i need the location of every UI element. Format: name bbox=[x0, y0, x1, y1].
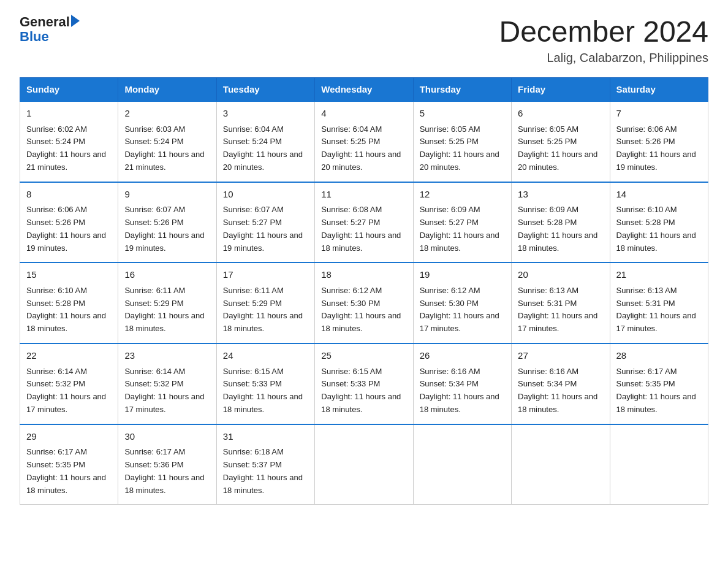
header-monday: Monday bbox=[118, 78, 216, 102]
day-info: Sunrise: 6:02 AMSunset: 5:24 PMDaylight:… bbox=[26, 124, 106, 172]
day-number: 24 bbox=[223, 349, 308, 363]
calendar-cell: 22Sunrise: 6:14 AMSunset: 5:32 PMDayligh… bbox=[20, 343, 118, 424]
day-info: Sunrise: 6:07 AMSunset: 5:27 PMDaylight:… bbox=[223, 205, 303, 252]
calendar-subtitle: Lalig, Calabarzon, Philippines bbox=[499, 51, 708, 65]
day-info: Sunrise: 6:14 AMSunset: 5:32 PMDaylight:… bbox=[26, 367, 106, 414]
calendar-week-row: 1Sunrise: 6:02 AMSunset: 5:24 PMDaylight… bbox=[20, 101, 708, 182]
day-info: Sunrise: 6:17 AMSunset: 5:35 PMDaylight:… bbox=[616, 367, 696, 414]
day-info: Sunrise: 6:08 AMSunset: 5:27 PMDaylight:… bbox=[321, 205, 401, 252]
header-sunday: Sunday bbox=[20, 78, 118, 102]
day-number: 30 bbox=[124, 430, 210, 444]
day-number: 29 bbox=[26, 430, 112, 444]
day-info: Sunrise: 6:16 AMSunset: 5:34 PMDaylight:… bbox=[420, 367, 499, 414]
logo-triangle-icon bbox=[71, 15, 80, 27]
day-info: Sunrise: 6:04 AMSunset: 5:25 PMDaylight:… bbox=[321, 124, 401, 172]
logo-blue: Blue bbox=[20, 29, 49, 44]
day-number: 12 bbox=[420, 188, 505, 202]
day-info: Sunrise: 6:13 AMSunset: 5:31 PMDaylight:… bbox=[518, 286, 597, 333]
day-number: 1 bbox=[26, 107, 112, 121]
calendar-cell: 23Sunrise: 6:14 AMSunset: 5:32 PMDayligh… bbox=[118, 343, 216, 424]
calendar-cell: 16Sunrise: 6:11 AMSunset: 5:29 PMDayligh… bbox=[118, 262, 216, 343]
calendar-cell: 9Sunrise: 6:07 AMSunset: 5:26 PMDaylight… bbox=[118, 182, 216, 263]
calendar-title: December 2024 bbox=[499, 15, 708, 48]
day-info: Sunrise: 6:03 AMSunset: 5:24 PMDaylight:… bbox=[124, 124, 204, 172]
calendar-cell: 8Sunrise: 6:06 AMSunset: 5:26 PMDaylight… bbox=[20, 182, 118, 263]
day-info: Sunrise: 6:10 AMSunset: 5:28 PMDaylight:… bbox=[26, 286, 106, 333]
calendar-cell: 29Sunrise: 6:17 AMSunset: 5:35 PMDayligh… bbox=[20, 424, 118, 505]
day-info: Sunrise: 6:04 AMSunset: 5:24 PMDaylight:… bbox=[223, 124, 303, 172]
day-info: Sunrise: 6:09 AMSunset: 5:27 PMDaylight:… bbox=[420, 205, 499, 252]
day-info: Sunrise: 6:15 AMSunset: 5:33 PMDaylight:… bbox=[321, 367, 401, 414]
calendar-cell: 11Sunrise: 6:08 AMSunset: 5:27 PMDayligh… bbox=[315, 182, 413, 263]
calendar-cell bbox=[512, 424, 610, 505]
calendar-cell: 2Sunrise: 6:03 AMSunset: 5:24 PMDaylight… bbox=[118, 101, 216, 182]
day-number: 21 bbox=[616, 268, 702, 282]
calendar-cell: 17Sunrise: 6:11 AMSunset: 5:29 PMDayligh… bbox=[216, 262, 314, 343]
calendar-cell: 20Sunrise: 6:13 AMSunset: 5:31 PMDayligh… bbox=[512, 262, 610, 343]
day-number: 8 bbox=[26, 188, 112, 202]
day-info: Sunrise: 6:05 AMSunset: 5:25 PMDaylight:… bbox=[518, 124, 597, 172]
calendar-cell: 31Sunrise: 6:18 AMSunset: 5:37 PMDayligh… bbox=[216, 424, 314, 505]
day-number: 11 bbox=[321, 188, 406, 202]
day-info: Sunrise: 6:18 AMSunset: 5:37 PMDaylight:… bbox=[223, 447, 303, 494]
calendar-table: SundayMondayTuesdayWednesdayThursdayFrid… bbox=[20, 77, 708, 505]
day-number: 19 bbox=[420, 268, 505, 282]
day-number: 25 bbox=[321, 349, 406, 363]
day-info: Sunrise: 6:15 AMSunset: 5:33 PMDaylight:… bbox=[223, 367, 303, 414]
calendar-cell: 3Sunrise: 6:04 AMSunset: 5:24 PMDaylight… bbox=[216, 101, 314, 182]
header-wednesday: Wednesday bbox=[315, 78, 413, 102]
day-number: 26 bbox=[420, 349, 505, 363]
calendar-cell bbox=[610, 424, 708, 505]
calendar-cell: 14Sunrise: 6:10 AMSunset: 5:28 PMDayligh… bbox=[610, 182, 708, 263]
calendar-cell: 12Sunrise: 6:09 AMSunset: 5:27 PMDayligh… bbox=[413, 182, 511, 263]
calendar-cell: 1Sunrise: 6:02 AMSunset: 5:24 PMDaylight… bbox=[20, 101, 118, 182]
day-number: 16 bbox=[124, 268, 210, 282]
day-number: 20 bbox=[518, 268, 603, 282]
day-info: Sunrise: 6:10 AMSunset: 5:28 PMDaylight:… bbox=[616, 205, 696, 252]
calendar-cell bbox=[315, 424, 413, 505]
header-friday: Friday bbox=[512, 78, 610, 102]
day-number: 28 bbox=[616, 349, 702, 363]
day-info: Sunrise: 6:11 AMSunset: 5:29 PMDaylight:… bbox=[124, 286, 204, 333]
day-number: 31 bbox=[223, 430, 308, 444]
calendar-cell: 28Sunrise: 6:17 AMSunset: 5:35 PMDayligh… bbox=[610, 343, 708, 424]
day-info: Sunrise: 6:13 AMSunset: 5:31 PMDaylight:… bbox=[616, 286, 696, 333]
day-number: 22 bbox=[26, 349, 112, 363]
day-info: Sunrise: 6:17 AMSunset: 5:35 PMDaylight:… bbox=[26, 447, 106, 494]
calendar-week-row: 8Sunrise: 6:06 AMSunset: 5:26 PMDaylight… bbox=[20, 182, 708, 263]
title-block: December 2024 Lalig, Calabarzon, Philipp… bbox=[499, 15, 708, 65]
day-number: 2 bbox=[124, 107, 210, 121]
calendar-week-row: 15Sunrise: 6:10 AMSunset: 5:28 PMDayligh… bbox=[20, 262, 708, 343]
day-info: Sunrise: 6:17 AMSunset: 5:36 PMDaylight:… bbox=[124, 447, 204, 494]
calendar-cell: 5Sunrise: 6:05 AMSunset: 5:25 PMDaylight… bbox=[413, 101, 511, 182]
calendar-cell: 27Sunrise: 6:16 AMSunset: 5:34 PMDayligh… bbox=[512, 343, 610, 424]
day-number: 27 bbox=[518, 349, 603, 363]
day-number: 18 bbox=[321, 268, 406, 282]
logo-general: General bbox=[20, 15, 70, 29]
day-info: Sunrise: 6:16 AMSunset: 5:34 PMDaylight:… bbox=[518, 367, 597, 414]
calendar-cell: 18Sunrise: 6:12 AMSunset: 5:30 PMDayligh… bbox=[315, 262, 413, 343]
day-number: 13 bbox=[518, 188, 603, 202]
calendar-cell: 26Sunrise: 6:16 AMSunset: 5:34 PMDayligh… bbox=[413, 343, 511, 424]
header-tuesday: Tuesday bbox=[216, 78, 314, 102]
day-info: Sunrise: 6:09 AMSunset: 5:28 PMDaylight:… bbox=[518, 205, 597, 252]
day-number: 23 bbox=[124, 349, 210, 363]
logo: General Blue bbox=[20, 15, 80, 44]
calendar-cell: 30Sunrise: 6:17 AMSunset: 5:36 PMDayligh… bbox=[118, 424, 216, 505]
day-number: 3 bbox=[223, 107, 308, 121]
calendar-header-row: SundayMondayTuesdayWednesdayThursdayFrid… bbox=[20, 78, 708, 102]
day-number: 6 bbox=[518, 107, 603, 121]
day-number: 15 bbox=[26, 268, 112, 282]
day-number: 10 bbox=[223, 188, 308, 202]
calendar-week-row: 29Sunrise: 6:17 AMSunset: 5:35 PMDayligh… bbox=[20, 424, 708, 505]
header-thursday: Thursday bbox=[413, 78, 511, 102]
calendar-cell: 7Sunrise: 6:06 AMSunset: 5:26 PMDaylight… bbox=[610, 101, 708, 182]
day-number: 14 bbox=[616, 188, 702, 202]
calendar-cell: 25Sunrise: 6:15 AMSunset: 5:33 PMDayligh… bbox=[315, 343, 413, 424]
day-number: 9 bbox=[124, 188, 210, 202]
page-header: General Blue December 2024 Lalig, Calaba… bbox=[20, 15, 708, 65]
calendar-cell: 6Sunrise: 6:05 AMSunset: 5:25 PMDaylight… bbox=[512, 101, 610, 182]
calendar-cell: 10Sunrise: 6:07 AMSunset: 5:27 PMDayligh… bbox=[216, 182, 314, 263]
day-number: 7 bbox=[616, 107, 702, 121]
day-info: Sunrise: 6:05 AMSunset: 5:25 PMDaylight:… bbox=[420, 124, 499, 172]
